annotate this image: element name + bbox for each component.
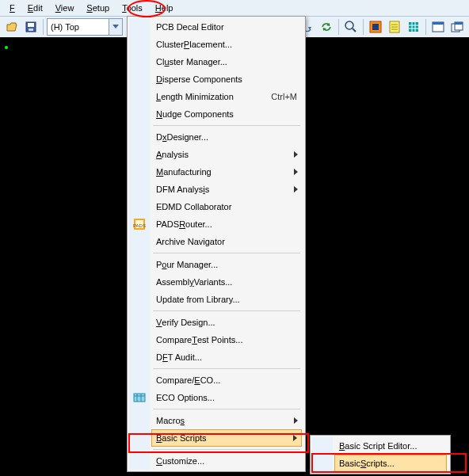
windows-icon[interactable] [448, 18, 466, 36]
layer-combo-text: (H) Top [51, 22, 79, 32]
menu-help[interactable]: Help [149, 2, 180, 14]
menu-eco-options[interactable]: ECO Options... [151, 389, 302, 406]
menu-verify-design[interactable]: Verify Design... [151, 314, 302, 331]
chevron-right-icon [294, 169, 299, 175]
tools-menu: PADS PCB Decal Editor Cluster Placement.… [127, 16, 306, 472]
menu-archive-navigator[interactable]: Archive Navigator [151, 233, 302, 250]
zoom-icon[interactable] [342, 18, 360, 36]
menu-divider [153, 253, 300, 253]
pads-router-icon: PADS [129, 215, 150, 233]
svg-rect-13 [433, 22, 444, 25]
open-icon[interactable] [3, 18, 21, 36]
board-icon[interactable] [367, 18, 384, 36]
svg-rect-1 [28, 23, 34, 27]
menu-file[interactable]: F [3, 2, 21, 14]
menu-divider [153, 409, 300, 409]
menu-basic-scripts[interactable]: Basic Scripts [151, 429, 302, 447]
layer-combo[interactable]: (H) Top [47, 18, 123, 36]
menu-pour-manager[interactable]: Pour Manager... [151, 256, 302, 273]
svg-point-3 [345, 21, 353, 29]
submenu-basic-scripts[interactable]: Basic Scripts... [334, 455, 447, 472]
menu-analysis[interactable]: Analysis [151, 146, 302, 163]
submenu-basic-script-editor[interactable]: Basic Script Editor... [334, 437, 447, 455]
sheet-icon[interactable] [386, 18, 403, 36]
menu-disperse-components[interactable]: Disperse Components [151, 70, 302, 88]
grid-icon[interactable] [405, 18, 422, 36]
menu-edmd-collaborator[interactable]: EDMD Collaborator [151, 198, 302, 215]
separator [338, 19, 339, 35]
menu-dft-audit[interactable]: DFT Audit... [151, 348, 302, 366]
menu-tools[interactable]: Tools [116, 2, 149, 14]
origin-marker [5, 46, 8, 49]
separator [43, 19, 44, 35]
menu-divider [153, 310, 300, 311]
separator [425, 19, 426, 35]
menu-pcb-decal-editor[interactable]: PCB Decal Editor [151, 18, 302, 36]
menu-setup[interactable]: Setup [80, 2, 116, 14]
chevron-right-icon [294, 417, 299, 424]
menu-cluster-placement[interactable]: Cluster Placement... [151, 36, 302, 53]
svg-rect-11 [409, 22, 418, 32]
eco-options-icon [129, 389, 150, 406]
svg-rect-20 [134, 394, 145, 402]
svg-rect-2 [29, 29, 33, 31]
menu-cluster-manager[interactable]: Cluster Manager... [151, 53, 302, 70]
separator [363, 19, 364, 35]
menu-divider [153, 368, 300, 369]
chevron-down-icon[interactable] [109, 19, 122, 35]
menubar: F Edit View Setup Tools Help [0, 0, 469, 17]
menu-nudge-components[interactable]: Nudge Components [151, 105, 302, 123]
chevron-right-icon [294, 186, 299, 192]
menu-manufacturing[interactable]: Manufacturing [151, 163, 302, 181]
svg-rect-16 [455, 22, 463, 25]
menu-update-from-library[interactable]: Update from Library... [151, 291, 302, 308]
svg-line-4 [353, 29, 356, 32]
menu-divider [153, 125, 300, 126]
menu-macros[interactable]: Macros [151, 412, 302, 429]
svg-text:PADS: PADS [133, 223, 146, 228]
basic-scripts-submenu: Basic Script Editor... Basic Scripts... [310, 435, 451, 474]
menu-dfm-analysis[interactable]: DFM Analysis [151, 181, 302, 198]
menu-compare-eco[interactable]: Compare/ECO... [151, 371, 302, 389]
menu-length-minimization[interactable]: Length MinimizationCtrl+M [151, 88, 302, 105]
save-icon[interactable] [22, 18, 40, 36]
menu-divider [153, 449, 300, 450]
menu-view[interactable]: View [49, 2, 81, 14]
window-icon[interactable] [429, 18, 447, 36]
svg-rect-6 [372, 24, 379, 30]
menu-dxdesigner[interactable]: DxDesigner... [151, 128, 302, 146]
menu-edit[interactable]: Edit [21, 2, 49, 14]
menu-customize[interactable]: Customize... [151, 452, 302, 470]
menu-assembly-variants[interactable]: Assembly Variants... [151, 273, 302, 291]
menu-pads-router[interactable]: PADS Router... [151, 215, 302, 233]
chevron-right-icon [293, 435, 298, 441]
chevron-right-icon [294, 151, 299, 158]
menu-compare-test-points[interactable]: Compare Test Points... [151, 331, 302, 348]
refresh-icon[interactable] [318, 18, 335, 36]
